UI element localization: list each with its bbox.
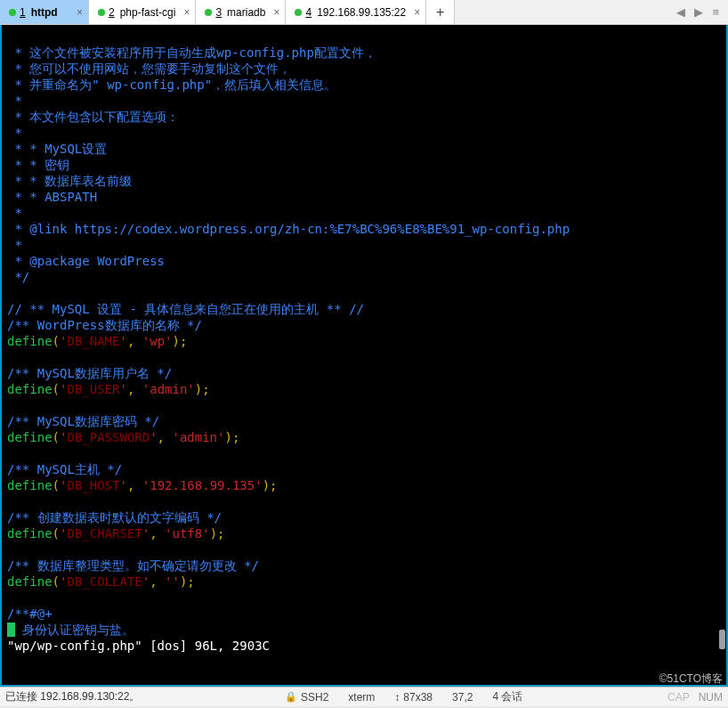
protocol-label: SSH2 [301, 691, 328, 704]
tab-mariadb[interactable]: 3 mariadb × [196, 0, 286, 24]
session-count: 4 会话 [492, 689, 522, 704]
close-icon[interactable]: × [183, 6, 190, 19]
tab-nav: ◀ ▶ ≡ [667, 0, 728, 24]
status-dot-icon [295, 9, 302, 16]
lock-icon: 🔒 [285, 691, 297, 703]
close-icon[interactable]: × [77, 6, 83, 19]
tab-remote-host[interactable]: 4 192.168.99.135:22 × [286, 0, 426, 24]
cursor-icon [7, 623, 15, 637]
code-line: /** WordPress数据库的名称 */ [7, 318, 202, 332]
code-line: /** MySQL数据库密码 */ [7, 414, 159, 428]
code-line: define('DB_PASSWORD', 'admin'); [7, 430, 239, 444]
code-line: * [7, 126, 22, 140]
code-line: define('DB_USER', 'admin'); [7, 382, 210, 396]
cursor-position: 37,2 [452, 689, 473, 704]
chevron-left-icon[interactable]: ◀ [676, 5, 685, 19]
code-line: * @link https://codex.wordpress.org/zh-c… [7, 222, 570, 236]
code-line: define('DB_COLLATE', ''); [7, 574, 195, 589]
code-line: // ** MySQL 设置 - 具体信息来自您正在使用的主机 ** // [7, 302, 364, 316]
tab-php-fast-cgi[interactable]: 2 php-fast-cgi × [89, 0, 196, 24]
plus-icon: + [436, 4, 444, 20]
code-line: * * MySQL设置 [7, 142, 107, 156]
num-indicator: NUM [699, 691, 723, 704]
tab-label: mariadb [227, 6, 265, 19]
status-dot-icon [205, 9, 212, 16]
code-line: * * 数据库表名前缀 [7, 174, 132, 188]
tab-index: 1 [20, 6, 26, 19]
tab-label: 192.168.99.135:22 [317, 6, 406, 19]
code-line: * @package WordPress [7, 254, 165, 268]
chevron-right-icon[interactable]: ▶ [694, 5, 703, 19]
add-tab-button[interactable]: + [426, 0, 455, 24]
code-line: define('DB_HOST', '192.168.99.135'); [7, 478, 278, 492]
code-line: /**#@+ [7, 606, 53, 621]
tab-list: 1 httpd × 2 php-fast-cgi × 3 mariadb × 4… [0, 0, 667, 24]
code-line: * 并重命名为" wp-config.php"，然后填入相关信息。 [7, 77, 336, 92]
caps-indicator: CAP [667, 691, 690, 704]
tab-index: 4 [305, 6, 311, 19]
vim-status-line: "wp/wp-config.php" [dos] 96L, 2903C [7, 639, 270, 653]
code-line: define('DB_CHARSET', 'utf8'); [7, 526, 225, 541]
code-line: 身份认证密钥与盐。 [7, 623, 134, 637]
terminal[interactable]: * 这个文件被安装程序用于自动生成wp-config.php配置文件， * 您可… [2, 25, 726, 685]
tab-label: php-fast-cgi [120, 6, 176, 19]
terminal-size: 87x38 [403, 691, 433, 704]
close-icon[interactable]: × [414, 6, 420, 19]
tab-index: 3 [215, 6, 222, 19]
connection-status: 已连接 192.168.99.130:22。 [5, 689, 140, 704]
status-bar: 已连接 192.168.99.130:22。 🔒SSH2 xterm ↕ 87x… [0, 687, 728, 706]
status-dot-icon [98, 9, 105, 16]
code-line: */ [7, 270, 29, 284]
terminal-type: xterm [348, 689, 375, 704]
code-line: * * 密钥 [7, 158, 69, 172]
code-line: /** MySQL数据库用户名 */ [7, 366, 172, 380]
code-line: * 这个文件被安装程序用于自动生成wp-config.php配置文件， [7, 45, 376, 60]
code-line: /** 创建数据表时默认的文字编码 */ [7, 510, 222, 525]
code-line: * 本文件包含以下配置选项： [7, 110, 179, 124]
code-line: /** 数据库整理类型。如不确定请勿更改 */ [7, 558, 259, 573]
close-icon[interactable]: × [273, 6, 279, 19]
code-line: * * ABSPATH [7, 190, 97, 204]
code-line: * 您可以不使用网站，您需要手动复制这个文件， [7, 61, 291, 76]
resize-icon: ↕ [394, 691, 400, 704]
menu-icon[interactable]: ≡ [712, 5, 719, 19]
code-line: * [7, 206, 22, 220]
code-line: * [7, 238, 22, 252]
scrollbar-thumb[interactable] [719, 630, 725, 649]
terminal-frame: * 这个文件被安装程序用于自动生成wp-config.php配置文件， * 您可… [0, 25, 728, 687]
tab-index: 2 [109, 6, 115, 19]
tab-bar: 1 httpd × 2 php-fast-cgi × 3 mariadb × 4… [0, 0, 728, 25]
watermark: ©51CTO博客 [659, 671, 723, 687]
code-line: define('DB_NAME', 'wp'); [7, 334, 187, 348]
tab-label: httpd [31, 6, 58, 19]
code-line: * [7, 94, 22, 108]
code-line: /** MySQL主机 */ [7, 462, 122, 476]
tab-httpd[interactable]: 1 httpd × [0, 0, 89, 24]
status-dot-icon [9, 9, 16, 16]
